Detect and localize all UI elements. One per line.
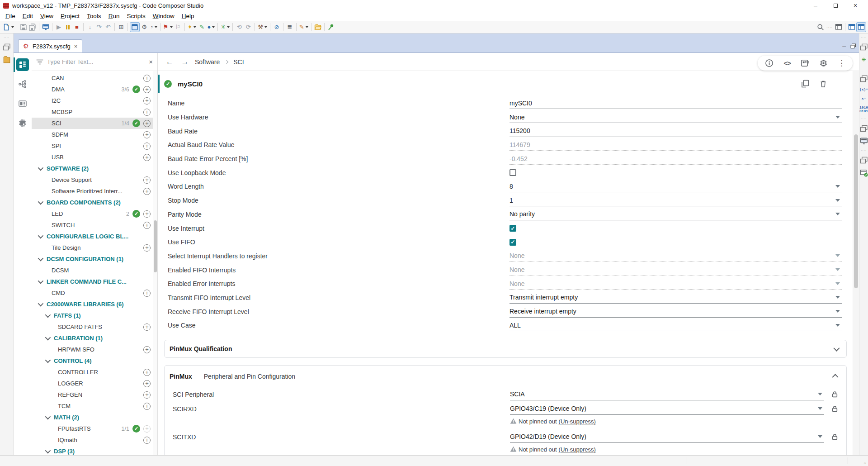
select-input[interactable]: 8: [509, 181, 842, 192]
select-input[interactable]: GPIO43/C19 (Device Only): [510, 403, 824, 415]
terminate-all-button[interactable]: ⊘: [272, 22, 281, 32]
add-instance-icon[interactable]: +: [143, 222, 151, 229]
view-keypad-icon[interactable]: [16, 97, 29, 110]
debug-bug-button[interactable]: ✳: [220, 22, 231, 32]
add-instance-icon[interactable]: +: [143, 403, 151, 410]
variables-view-icon[interactable]: (x)=: [859, 88, 868, 91]
restore-pane-icon[interactable]: [860, 43, 868, 51]
save-button[interactable]: [19, 22, 28, 32]
add-instance-icon[interactable]: +: [143, 346, 151, 353]
chevron-down-icon[interactable]: [38, 233, 44, 239]
chevron-down-icon[interactable]: [38, 278, 44, 284]
chevron-down-icon[interactable]: [45, 335, 51, 341]
chevron-up-icon[interactable]: [832, 374, 839, 380]
lock-icon[interactable]: [831, 405, 838, 412]
step-into-button[interactable]: ↓: [85, 22, 94, 32]
minimize-editor-icon[interactable]: –: [842, 43, 846, 50]
tree-item-hrpwm-sfo[interactable]: HRPWM SFO+: [32, 344, 153, 355]
tree-group-configurable-logic-bl[interactable]: CONFIGURABLE LOGIC BL...: [32, 231, 153, 242]
chevron-down-icon[interactable]: [38, 301, 44, 307]
tree-item-can[interactable]: CAN+: [32, 72, 153, 84]
pinmux-qualification-section[interactable]: PinMux Qualification: [164, 340, 847, 358]
chevron-down-icon[interactable]: [38, 199, 44, 205]
add-instance-icon[interactable]: +: [143, 176, 151, 184]
profile-button[interactable]: ◔: [149, 22, 158, 32]
add-instance-icon[interactable]: +: [143, 244, 151, 252]
step-over-button[interactable]: ↷: [94, 22, 104, 32]
text-input[interactable]: 115200: [509, 125, 842, 137]
select-input[interactable]: GPIO42/D19 (Device Only): [510, 431, 824, 443]
add-instance-icon[interactable]: +: [143, 131, 151, 138]
add-instance-icon[interactable]: +: [143, 154, 151, 161]
open-folder-button[interactable]: [313, 22, 322, 32]
tree-group-dsp-3[interactable]: DSP (3): [32, 446, 153, 455]
board-view-icon[interactable]: [801, 59, 809, 67]
perspective-edit-button[interactable]: [847, 22, 856, 32]
tree-item-dcsm[interactable]: DCSM: [32, 265, 153, 276]
add-instance-icon[interactable]: +: [143, 86, 151, 93]
grid-view-button[interactable]: ⊞: [117, 22, 126, 32]
back-icon[interactable]: ←: [164, 57, 175, 67]
sysconfig-view-button[interactable]: [130, 22, 140, 32]
tree-item-tcm[interactable]: TCM+: [32, 400, 153, 412]
lock-icon[interactable]: [831, 391, 838, 398]
select-input[interactable]: 1: [509, 195, 842, 206]
sphere-button[interactable]: ●: [206, 22, 216, 32]
chevron-down-icon[interactable]: [45, 414, 51, 420]
tree-item-led[interactable]: LED2✓+: [32, 208, 153, 219]
tree-item-spi[interactable]: SPI+: [32, 140, 153, 152]
tab-close-icon[interactable]: ×: [74, 43, 78, 50]
open-perspective-button[interactable]: [834, 22, 843, 32]
project-explorer-icon[interactable]: [3, 56, 11, 63]
tree-group-software-2[interactable]: SOFTWARE (2): [32, 163, 153, 174]
restore-editor-icon[interactable]: [850, 43, 856, 49]
minimize-icon[interactable]: –: [806, 0, 826, 11]
tree-item-logger[interactable]: LOGGER+: [32, 378, 153, 389]
code-view-icon[interactable]: <>: [783, 59, 791, 67]
chevron-down-icon[interactable]: [38, 256, 44, 262]
select-input[interactable]: No parity: [509, 209, 842, 220]
chevron-down-icon[interactable]: [45, 312, 51, 318]
tree-group-calibration-1[interactable]: CALIBRATION (1): [32, 333, 153, 344]
tree-item-fpufastrts[interactable]: FPUfastRTS1/1✓+: [32, 423, 153, 434]
redo-button[interactable]: ⟳: [244, 22, 253, 32]
view-panels-icon[interactable]: [16, 58, 29, 71]
flag-gray-button[interactable]: ⚐: [174, 22, 183, 32]
add-instance-icon[interactable]: +: [143, 369, 151, 376]
settings-gear-button[interactable]: ⚙: [140, 22, 149, 32]
add-instance-icon[interactable]: +: [143, 97, 151, 105]
tree-group-math-2[interactable]: MATH (2): [32, 412, 153, 423]
checked-checkbox[interactable]: ✓: [509, 239, 516, 246]
pinmux-header[interactable]: PinMux Peripheral and Pin Configuration: [170, 366, 838, 387]
console-list-button[interactable]: ≣: [285, 22, 294, 32]
forward-icon[interactable]: →: [179, 57, 190, 67]
breadcrumb-parent[interactable]: Software: [195, 58, 220, 66]
text-input[interactable]: mySCI0: [509, 97, 842, 109]
tree-item-switch[interactable]: SWITCH+: [32, 219, 153, 231]
resume-button[interactable]: ▶: [54, 22, 63, 32]
tree-item-device-support[interactable]: Device Support+: [32, 174, 153, 185]
add-instance-icon[interactable]: +: [143, 120, 151, 127]
filter-input[interactable]: [47, 58, 145, 65]
tree-item-sci[interactable]: SCI1/4✓+: [32, 118, 153, 129]
select-input[interactable]: Transmit interrupt empty: [509, 292, 842, 304]
registers-view-icon[interactable]: 1010 0101: [859, 106, 868, 113]
pin-button[interactable]: [326, 22, 335, 32]
undo-button[interactable]: ⟲: [235, 22, 244, 32]
clear-filter-icon[interactable]: ×: [149, 58, 153, 66]
tree-item-usb[interactable]: USB+: [32, 152, 153, 163]
add-instance-icon[interactable]: +: [143, 109, 151, 116]
tree-group-c2000ware-libraries-6[interactable]: C2000WARE LIBRARIES (6): [32, 299, 153, 310]
run-green-button[interactable]: ✎: [197, 22, 206, 32]
view-device-icon[interactable]: [16, 117, 29, 129]
add-instance-icon[interactable]: +: [143, 323, 151, 331]
tree-item-iqmath[interactable]: IQmath+: [32, 434, 153, 446]
terminate-button[interactable]: ■: [72, 22, 81, 32]
tree-item-software-prioritized-interr[interactable]: Software Prioritized Interr...+: [32, 185, 153, 197]
menu-edit[interactable]: Edit: [19, 12, 37, 20]
suspend-button[interactable]: [63, 22, 72, 32]
add-instance-icon[interactable]: +: [143, 290, 151, 297]
add-instance-icon[interactable]: +: [143, 188, 151, 195]
maximize-icon[interactable]: [826, 0, 845, 11]
tree-group-linker-command-file-c[interactable]: LINKER COMMAND FILE C...: [32, 276, 153, 287]
